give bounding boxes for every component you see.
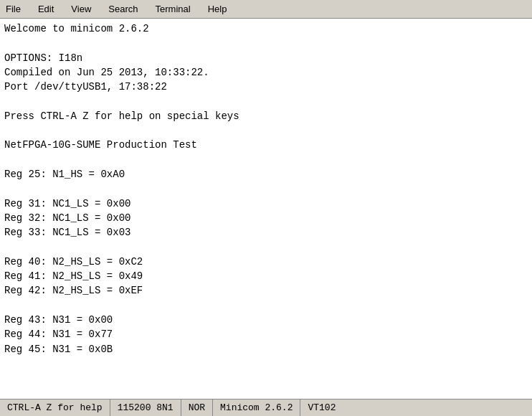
menu-item-file[interactable]: File (3, 4, 24, 14)
menu-item-search[interactable]: Search (105, 4, 141, 14)
menu-item-view[interactable]: View (68, 4, 94, 14)
menu-item-terminal[interactable]: Terminal (153, 4, 194, 14)
statusbar: CTRL-A Z for help 115200 8N1 NOR Minicom… (0, 399, 532, 416)
status-app: Minicom 2.6.2 (213, 400, 300, 416)
menu-item-edit[interactable]: Edit (35, 4, 57, 14)
menubar: FileEditViewSearchTerminalHelp (0, 0, 532, 19)
status-help: CTRL-A Z for help (0, 400, 110, 416)
status-mode: NOR (181, 400, 213, 416)
menu-item-help[interactable]: Help (205, 4, 230, 14)
status-baud: 115200 8N1 (110, 400, 181, 416)
status-terminal: VT102 (300, 400, 343, 416)
terminal-output: Welcome to minicom 2.6.2 OPTIONS: I18n C… (0, 19, 532, 399)
